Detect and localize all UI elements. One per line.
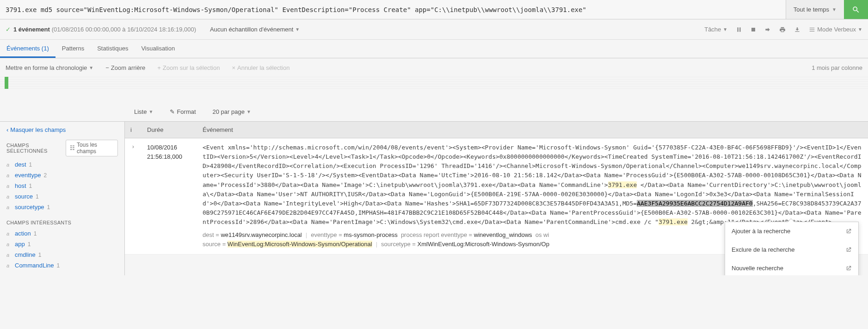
- list-view-dropdown[interactable]: Liste ▼: [134, 108, 153, 115]
- selected-text[interactable]: AAE3F5A29935E6ABCC2C2754D12A9AF0: [637, 200, 752, 207]
- share-icon: [764, 26, 771, 33]
- field-count: 1: [36, 193, 39, 200]
- pencil-icon: ✎: [170, 108, 175, 115]
- timeline-chart[interactable]: [0, 77, 868, 89]
- field-type-letter: a: [6, 263, 12, 268]
- print-button[interactable]: [779, 26, 786, 33]
- timeline-scale-label: 1 mois par colonne: [812, 64, 862, 71]
- field-type-letter: a: [6, 194, 12, 199]
- field-type-letter: a: [6, 252, 12, 258]
- chevron-right-icon: ›: [132, 143, 134, 150]
- field-item-cmdline[interactable]: acmdline1: [6, 249, 118, 260]
- chevron-left-icon: ‹: [6, 126, 8, 133]
- field-type-letter: a: [6, 183, 12, 189]
- svg-rect-0: [751, 28, 755, 31]
- field-count: 1: [47, 204, 50, 211]
- field-item-source[interactable]: asource1: [6, 191, 118, 202]
- expand-row-button[interactable]: ›: [125, 138, 142, 255]
- tab-statistics[interactable]: Statistiques: [91, 40, 135, 58]
- hide-fields-button[interactable]: ‹ Masquer les champs: [6, 126, 118, 133]
- field-count: 1: [34, 230, 37, 237]
- timeline-format-dropdown[interactable]: Mettre en forme la chronologie ▼: [6, 64, 93, 71]
- cancel-selection-button: × Annuler la sélection: [232, 64, 289, 71]
- field-item-app[interactable]: aapp1: [6, 239, 118, 249]
- plus-icon: +: [157, 64, 161, 71]
- field-name: host: [15, 182, 26, 189]
- chevron-down-icon: ▼: [148, 109, 153, 114]
- search-icon: [852, 6, 860, 14]
- sampling-dropdown[interactable]: Aucun échantillon d'événement ▼: [210, 26, 300, 33]
- col-info[interactable]: i: [125, 122, 142, 138]
- field-name: source: [15, 193, 33, 200]
- open-icon: [845, 228, 852, 235]
- tab-events[interactable]: Événements (1): [0, 40, 55, 58]
- stop-icon: [751, 27, 756, 32]
- field-name: app: [15, 241, 25, 248]
- job-menu[interactable]: Tâche ▼: [704, 26, 727, 33]
- result-tabs: Événements (1) Patterns Statistiques Vis…: [0, 40, 868, 58]
- list-icon: [809, 26, 815, 33]
- tab-patterns[interactable]: Patterns: [55, 40, 91, 58]
- share-button[interactable]: [764, 26, 771, 33]
- col-event[interactable]: Événement: [197, 122, 868, 138]
- interesting-fields-heading: CHAMPS INTÉRESSANTS: [6, 220, 118, 225]
- field-count: 2: [43, 172, 47, 179]
- time-range-label: Tout le temps: [794, 6, 829, 13]
- download-icon: [794, 26, 800, 33]
- event-count: 1 événement: [13, 26, 50, 33]
- field-name: sourcetype: [15, 204, 44, 211]
- field-item-host[interactable]: ahost1: [6, 180, 118, 191]
- pause-button[interactable]: [736, 26, 742, 33]
- zoom-out-button[interactable]: − Zoom arrière: [105, 64, 145, 71]
- menu-exclude-from-search[interactable]: Exclure de la recherche: [725, 241, 858, 259]
- zoom-selection-button: + Zoom sur la sélection: [157, 64, 220, 71]
- field-type-letter: a: [6, 173, 12, 178]
- search-button[interactable]: [844, 0, 868, 19]
- field-name: CommandLine: [15, 262, 54, 269]
- field-item-dest[interactable]: adest1: [6, 159, 118, 170]
- chevron-down-icon: ▼: [832, 7, 837, 12]
- field-name: dest: [15, 161, 26, 168]
- open-icon: [845, 247, 852, 253]
- field-type-letter: a: [6, 242, 12, 247]
- format-button[interactable]: ✎ Format: [170, 108, 196, 115]
- highlight-match: 3791.exe: [608, 181, 637, 188]
- field-name: cmdline: [15, 251, 36, 258]
- highlight-match: 3791.exe: [659, 218, 688, 225]
- fields-sidebar: ‹ Masquer les champs CHAMPS SÉLECTIONNÉS…: [0, 122, 125, 275]
- field-name: action: [15, 230, 31, 237]
- event-raw-cell[interactable]: <Event xmlns='http://schemas.microsoft.c…: [197, 138, 868, 255]
- close-icon: ×: [232, 64, 235, 71]
- field-item-action[interactable]: aaction1: [6, 228, 118, 239]
- menu-add-to-search[interactable]: Ajouter à la recherche: [725, 222, 858, 241]
- export-button[interactable]: [794, 26, 800, 33]
- field-item-eventtype[interactable]: aeventtype2: [6, 170, 118, 180]
- minus-icon: −: [105, 64, 109, 71]
- all-fields-button[interactable]: ☷ Tous les champs: [66, 140, 118, 156]
- events-table: i Durée Événement › 10/08/2016 21:56:18,…: [125, 122, 868, 255]
- timeline-bar[interactable]: [5, 77, 8, 89]
- col-time[interactable]: Durée: [142, 122, 197, 138]
- chevron-down-icon: ▼: [723, 27, 727, 32]
- field-item-sourcetype[interactable]: asourcetype1: [6, 202, 118, 212]
- stop-button[interactable]: [751, 27, 756, 32]
- per-page-dropdown[interactable]: 20 par page ▼: [213, 108, 251, 115]
- time-range-picker[interactable]: Tout le temps ▼: [786, 0, 844, 19]
- grid-icon: ☷: [70, 145, 75, 151]
- search-input[interactable]: [0, 0, 786, 19]
- check-icon: ✓: [6, 26, 11, 33]
- field-item-CommandLine[interactable]: aCommandLine1: [6, 260, 118, 271]
- field-count: 1: [28, 241, 31, 248]
- event-time-cell[interactable]: 10/08/2016 21:56:18,000: [142, 138, 197, 255]
- mode-dropdown[interactable]: Mode Verbeux ▼: [809, 26, 862, 33]
- tab-visualization[interactable]: Visualisation: [135, 40, 181, 58]
- menu-new-search[interactable]: Nouvelle recherche: [725, 259, 858, 275]
- field-type-letter: a: [6, 205, 12, 210]
- field-count: 1: [38, 252, 42, 258]
- chevron-down-icon: ▼: [89, 65, 93, 70]
- field-type-letter: a: [6, 231, 12, 236]
- field-count: 1: [57, 262, 60, 269]
- print-icon: [779, 26, 786, 33]
- selected-fields-heading: CHAMPS SÉLECTIONNÉS: [6, 143, 66, 154]
- field-type-letter: a: [6, 162, 12, 168]
